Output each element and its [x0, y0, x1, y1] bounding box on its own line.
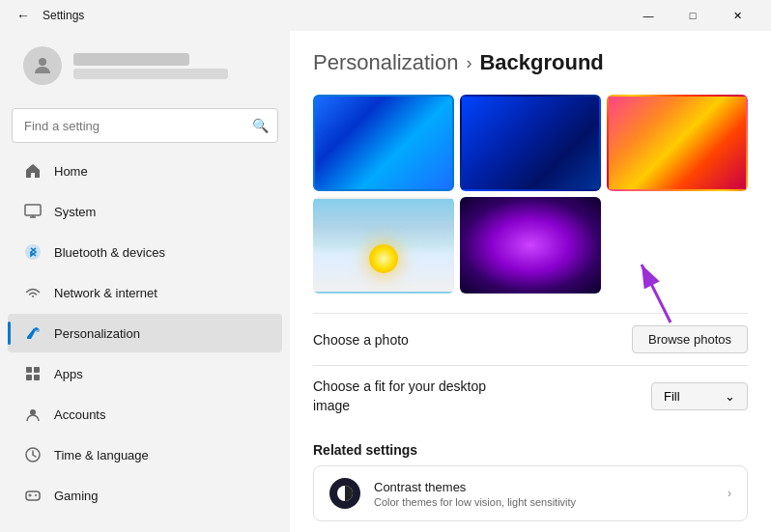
svg-point-8 — [30, 409, 36, 415]
nav-item-home[interactable]: Home — [8, 152, 282, 190]
avatar — [23, 46, 62, 85]
choose-photo-row: Choose a photo Browse photos — [313, 313, 748, 365]
app-body: 🔍 Home System — [0, 31, 771, 532]
nav-label-network: Network & internet — [54, 286, 157, 300]
nav-label-system: System — [54, 205, 96, 219]
settings-card-subtitle: Color themes for low vision, light sensi… — [374, 496, 714, 508]
svg-rect-6 — [26, 375, 32, 380]
nav-item-personalization[interactable]: Personalization — [8, 314, 282, 352]
app-title: Settings — [43, 9, 626, 22]
settings-card-contrast[interactable]: Contrast themes Color themes for low vis… — [313, 465, 748, 521]
svg-rect-7 — [34, 375, 40, 380]
svg-point-3 — [36, 328, 40, 332]
window-controls: — □ ✕ — [626, 0, 759, 31]
choose-fit-label: Choose a fit for your desktop image — [313, 378, 506, 415]
user-profile[interactable] — [8, 35, 282, 100]
svg-rect-10 — [26, 491, 40, 500]
minimize-button[interactable]: — — [626, 0, 671, 31]
nav-item-gaming[interactable]: Gaming — [8, 476, 282, 515]
time-icon — [23, 445, 43, 464]
nav-item-system[interactable]: System — [8, 192, 282, 231]
dropdown-chevron: ⌄ — [725, 389, 735, 404]
sidebar: 🔍 Home System — [0, 31, 290, 532]
wallpaper-thumb-5[interactable] — [460, 197, 601, 294]
nav-label-accounts: Accounts — [54, 407, 105, 422]
svg-rect-4 — [26, 367, 32, 373]
settings-card-chevron: › — [728, 487, 731, 500]
fit-value: Fill — [664, 389, 680, 404]
wallpaper-grid — [313, 95, 748, 294]
nav-label-bluetooth: Bluetooth & devices — [54, 245, 165, 260]
related-settings-title: Related settings — [313, 427, 748, 465]
maximize-button[interactable]: □ — [671, 0, 715, 31]
nav-item-apps[interactable]: Apps — [8, 354, 282, 393]
nav-item-time[interactable]: Time & language — [8, 435, 282, 474]
wallpaper-thumb-2[interactable] — [460, 95, 601, 191]
settings-card-text: Contrast themes Color themes for low vis… — [374, 480, 714, 508]
breadcrumb-parent[interactable]: Personalization — [313, 50, 458, 75]
svg-rect-5 — [34, 367, 40, 373]
close-button[interactable]: ✕ — [715, 0, 759, 31]
accounts-icon — [23, 405, 43, 424]
settings-card-title: Contrast themes — [374, 480, 714, 494]
personalization-icon — [23, 323, 43, 343]
back-button[interactable]: ← — [12, 4, 35, 27]
browse-photos-button[interactable]: Browse photos — [632, 325, 748, 353]
contrast-themes-icon — [329, 478, 360, 509]
breadcrumb-separator: › — [466, 53, 471, 73]
breadcrumb: Personalization › Background — [313, 50, 748, 75]
annotation-container: Choose a photo Browse photos — [313, 313, 748, 365]
home-icon — [23, 161, 43, 181]
nav-label-home: Home — [54, 164, 88, 179]
wallpaper-thumb-1[interactable] — [313, 95, 454, 191]
nav-label-apps: Apps — [54, 367, 83, 381]
title-bar: ← Settings — □ ✕ — [0, 0, 771, 31]
nav-label-gaming: Gaming — [54, 489, 99, 503]
choose-fit-row: Choose a fit for your desktop image Fill… — [313, 365, 748, 427]
fit-dropdown[interactable]: Fill ⌄ — [651, 382, 748, 410]
wallpaper-thumb-3[interactable] — [607, 95, 748, 191]
breadcrumb-current: Background — [479, 50, 603, 75]
network-icon — [23, 283, 43, 302]
apps-icon — [23, 364, 43, 383]
nav-item-network[interactable]: Network & internet — [8, 273, 282, 312]
system-icon — [23, 202, 43, 221]
gaming-icon — [23, 486, 43, 505]
svg-point-2 — [25, 244, 41, 260]
wallpaper-thumb-4[interactable] — [313, 197, 454, 294]
nav-item-bluetooth[interactable]: Bluetooth & devices — [8, 233, 282, 271]
svg-point-0 — [39, 58, 46, 66]
user-info — [73, 53, 228, 79]
user-name — [73, 53, 189, 66]
user-email — [73, 69, 228, 79]
choose-photo-label: Choose a photo — [313, 332, 409, 348]
bluetooth-icon — [23, 242, 43, 262]
search-input[interactable] — [12, 108, 278, 143]
nav-item-accounts[interactable]: Accounts — [8, 395, 282, 434]
content-area: Personalization › Background — [290, 31, 771, 532]
svg-rect-1 — [25, 205, 41, 215]
nav-label-time: Time & language — [54, 448, 149, 462]
nav-label-personalization: Personalization — [54, 326, 140, 341]
search-container: 🔍 — [12, 108, 278, 143]
